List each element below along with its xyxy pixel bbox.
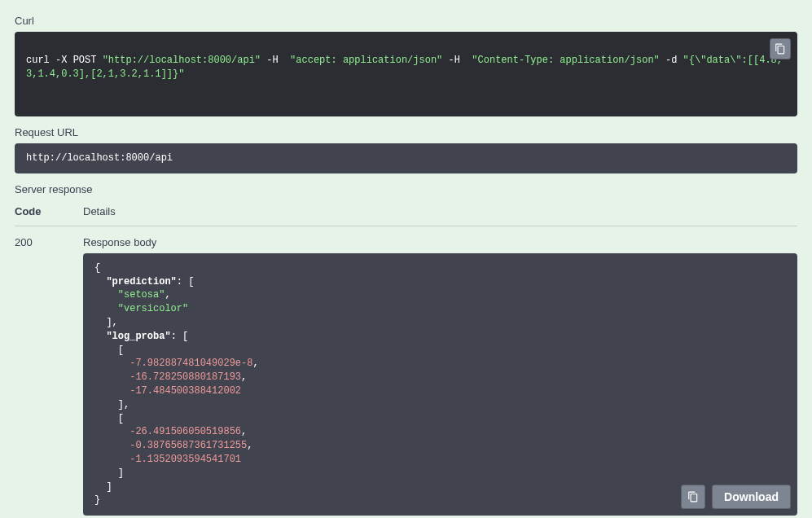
clipboard-icon xyxy=(775,43,786,55)
request-url-label: Request URL xyxy=(15,126,797,138)
status-code: 200 xyxy=(15,236,83,518)
response-headers-row: Code Details xyxy=(15,205,797,226)
response-body-box: { "prediction": [ "setosa", "versicolor"… xyxy=(83,253,797,516)
copy-curl-button[interactable] xyxy=(770,38,791,59)
details-header: Details xyxy=(83,205,797,217)
request-url-box: http://localhost:8000/api xyxy=(15,143,797,173)
code-header: Code xyxy=(15,205,83,217)
curl-command-box: curl -X POST "http://localhost:8000/api"… xyxy=(15,32,797,116)
download-button[interactable]: Download xyxy=(712,485,791,509)
clipboard-icon xyxy=(687,491,699,503)
curl-label: Curl xyxy=(15,15,797,27)
server-response-label: Server response xyxy=(15,183,797,195)
curl-cmd: curl xyxy=(26,55,50,66)
response-row: 200 Response body { "prediction": [ "set… xyxy=(15,236,797,518)
copy-response-button[interactable] xyxy=(681,485,705,509)
response-body-label: Response body xyxy=(83,236,797,248)
